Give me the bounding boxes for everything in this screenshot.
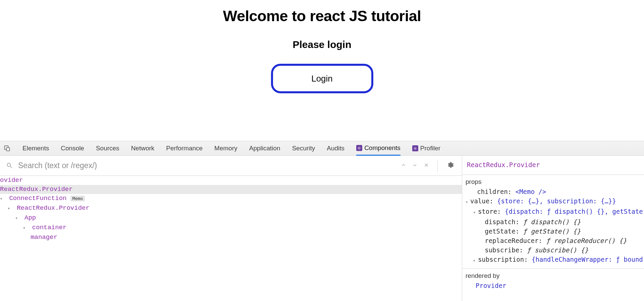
devtools-tabstrip: Elements Console Sources Network Perform… bbox=[0, 141, 644, 156]
search-icon bbox=[6, 162, 13, 169]
tab-components[interactable]: ⚛Components bbox=[356, 141, 400, 156]
react-app-area: Welcome to react JS tutorial Please logi… bbox=[0, 0, 644, 141]
gear-icon[interactable] bbox=[446, 161, 454, 170]
tab-application[interactable]: Application bbox=[249, 141, 280, 156]
page-title: Welcome to react JS tutorial bbox=[223, 7, 421, 25]
prop-subscribe[interactable]: subscribe: ƒ subscribe() {} bbox=[462, 245, 644, 255]
devtools: Elements Console Sources Network Perform… bbox=[0, 141, 644, 301]
props-header: props bbox=[462, 174, 644, 187]
svg-rect-1 bbox=[6, 148, 9, 151]
search-input[interactable] bbox=[17, 161, 401, 170]
tab-audits[interactable]: Audits bbox=[327, 141, 344, 156]
login-heading: Please login bbox=[292, 39, 351, 50]
selected-component-title: ReactRedux.Provider bbox=[462, 156, 644, 171]
tab-profiler[interactable]: ⚛Profiler bbox=[412, 141, 440, 156]
tree-row[interactable]: ▾ App bbox=[0, 213, 462, 223]
prop-store[interactable]: ▾store: {dispatch: ƒ dispatch() {}, getS… bbox=[462, 207, 644, 217]
tree-row[interactable]: ReactRedux.Provider bbox=[0, 185, 462, 194]
tab-security[interactable]: Security bbox=[292, 141, 315, 156]
tree-row[interactable]: ▾ container bbox=[0, 223, 462, 233]
prop-children[interactable]: children: <Memo /> bbox=[462, 187, 644, 196]
memo-badge: Memo bbox=[70, 196, 85, 201]
react-icon: ⚛ bbox=[412, 145, 418, 151]
chevron-up-icon[interactable] bbox=[401, 163, 406, 169]
components-left-pane: oviderReactRedux.Provider▾ ConnectFuncti… bbox=[0, 156, 462, 301]
tree-row[interactable]: ▾ ReactRedux.Provider bbox=[0, 204, 462, 213]
prop-value[interactable]: ▾value: {store: {…}, subscription: {…}} bbox=[462, 196, 644, 207]
prop-getstate[interactable]: getState: ƒ getState() {} bbox=[462, 227, 644, 236]
svg-point-2 bbox=[7, 163, 10, 166]
search-tools bbox=[401, 159, 462, 172]
tab-performance[interactable]: Performance bbox=[166, 141, 203, 156]
tab-components-label: Components bbox=[364, 144, 400, 152]
tab-sources[interactable]: Sources bbox=[96, 141, 119, 156]
react-icon: ⚛ bbox=[356, 145, 362, 151]
tab-memory[interactable]: Memory bbox=[214, 141, 237, 156]
close-icon[interactable] bbox=[424, 163, 429, 169]
tree-row[interactable]: ovider bbox=[0, 176, 462, 185]
component-tree[interactable]: oviderReactRedux.Provider▾ ConnectFuncti… bbox=[0, 176, 462, 242]
rendered-by-header: rendered by bbox=[462, 268, 644, 281]
prop-dispatch[interactable]: dispatch: ƒ dispatch() {} bbox=[462, 217, 644, 227]
tree-row[interactable]: manager bbox=[0, 233, 462, 242]
tab-profiler-label: Profiler bbox=[420, 145, 440, 152]
tree-row[interactable]: ▾ ConnectFunction Memo bbox=[0, 194, 462, 204]
rendered-by-link[interactable]: Provider bbox=[462, 281, 644, 290]
tab-elements[interactable]: Elements bbox=[22, 141, 49, 156]
component-search-bar bbox=[0, 156, 462, 176]
inspect-icon[interactable] bbox=[3, 145, 11, 152]
prop-subscription[interactable]: ▸subscription: {handleChangeWrapper: ƒ b… bbox=[462, 255, 644, 265]
tab-console[interactable]: Console bbox=[61, 141, 84, 156]
svg-line-3 bbox=[10, 166, 12, 168]
prop-replacereducer[interactable]: replaceReducer: ƒ replaceReducer() {} bbox=[462, 236, 644, 245]
login-button[interactable]: Login bbox=[271, 64, 373, 93]
components-right-pane: ReactRedux.Provider props children: <Mem… bbox=[462, 156, 644, 301]
chevron-down-icon[interactable] bbox=[413, 163, 417, 169]
divider bbox=[437, 159, 438, 172]
tab-network[interactable]: Network bbox=[131, 141, 155, 156]
